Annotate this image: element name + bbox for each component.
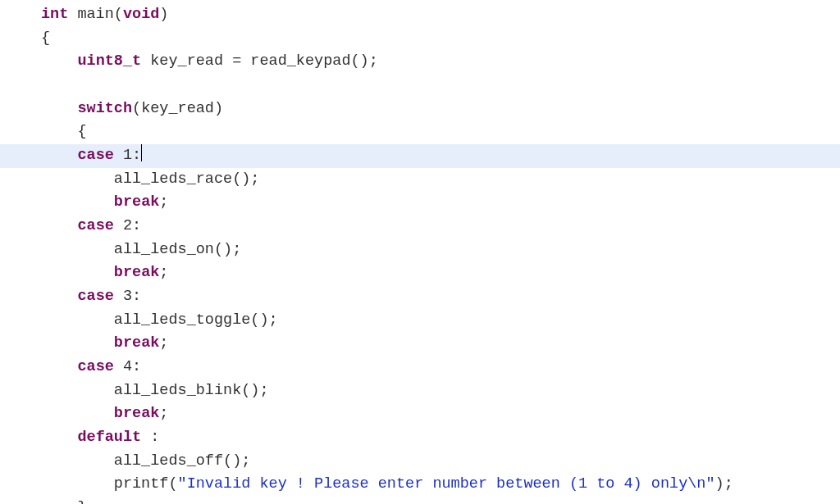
indent — [41, 264, 114, 281]
text-cursor — [141, 144, 142, 161]
token: key_read = read_keypad(); — [141, 52, 378, 70]
code-line: case 3: — [41, 285, 840, 309]
code-line: all_leds_race(); — [41, 168, 840, 192]
token: ; — [159, 405, 168, 422]
code-line: default : — [41, 426, 840, 450]
token: printf( — [41, 475, 178, 493]
code-editor[interactable]: int main(void) { uint8_t key_read = read… — [0, 0, 840, 504]
token: all_leds_on(); — [41, 241, 241, 258]
keyword-break: break — [114, 405, 160, 422]
token: ; — [159, 193, 168, 211]
indent — [41, 52, 77, 70]
token: all_leds_toggle(); — [41, 311, 278, 329]
keyword-break: break — [114, 264, 160, 281]
indent — [41, 334, 114, 352]
code-line: case 2: — [41, 215, 840, 238]
keyword-case: case — [77, 147, 113, 164]
token: (key_read) — [132, 100, 223, 117]
keyword-case: case — [77, 217, 113, 234]
code-line: break; — [41, 332, 840, 356]
brace-open: { — [41, 123, 87, 140]
code-line-current: case 1: — [0, 144, 840, 168]
brace-close: } — [41, 499, 87, 504]
code-line: case 4: — [41, 356, 840, 379]
indent — [41, 217, 77, 234]
code-line: int main(void) — [41, 3, 840, 27]
keyword-switch: switch — [77, 100, 132, 117]
code-line: printf("Invalid key ! Please enter numbe… — [41, 473, 840, 497]
indent — [41, 100, 77, 117]
indent — [41, 429, 77, 446]
token: 4: — [114, 358, 141, 375]
code-line: all_leds_on(); — [41, 238, 840, 262]
code-line: all_leds_toggle(); — [41, 309, 840, 333]
token: : — [141, 429, 159, 446]
token: main( — [68, 6, 123, 23]
token: all_leds_off(); — [41, 452, 250, 470]
keyword-default: default — [77, 429, 141, 446]
keyword-void: void — [123, 6, 159, 23]
code-line: } — [41, 497, 840, 504]
string-literal: "Invalid key ! Please enter number betwe… — [178, 475, 715, 493]
indent — [41, 358, 77, 375]
keyword-case: case — [77, 358, 113, 375]
indent — [41, 193, 114, 211]
code-line: { — [41, 27, 840, 51]
indent — [41, 405, 114, 422]
code-line: break; — [41, 261, 840, 285]
token: 1: — [114, 147, 141, 164]
keyword-case: case — [77, 288, 113, 305]
code-line-blank — [41, 74, 840, 98]
token: 2: — [114, 217, 141, 234]
code-line: break; — [41, 191, 840, 215]
keyword-break: break — [114, 334, 160, 352]
indent — [41, 147, 77, 164]
type-uint8_t: uint8_t — [77, 52, 141, 70]
token: ; — [159, 334, 168, 352]
token: ) — [159, 6, 168, 23]
brace-open: { — [41, 30, 50, 47]
token: all_leds_blink(); — [41, 382, 269, 399]
code-line: { — [41, 120, 840, 144]
code-line: uint8_t key_read = read_keypad(); — [41, 50, 840, 74]
token: ; — [159, 264, 168, 281]
indent — [41, 288, 77, 305]
token: all_leds_race(); — [41, 170, 259, 188]
token: ); — [715, 475, 733, 493]
code-line: switch(key_read) — [41, 98, 840, 121]
keyword-int: int — [41, 6, 68, 23]
token: 3: — [114, 288, 141, 305]
code-line: all_leds_off(); — [41, 450, 840, 474]
keyword-break: break — [114, 193, 160, 211]
code-line: break; — [41, 402, 840, 426]
code-line: all_leds_blink(); — [41, 379, 840, 403]
